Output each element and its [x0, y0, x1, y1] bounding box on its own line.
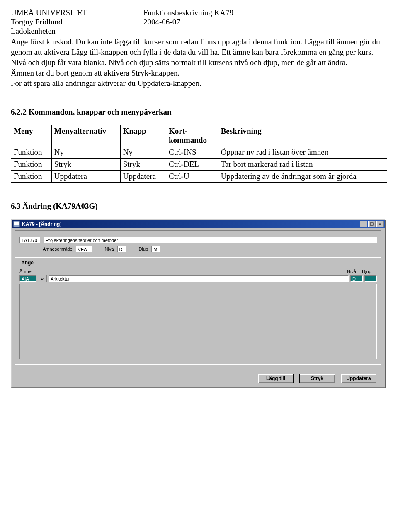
niva-label: Nivå	[105, 246, 114, 251]
lookup-button[interactable]: »	[38, 275, 47, 282]
system-menu-icon[interactable]	[13, 221, 20, 227]
th-beskrivning: Beskrivning	[218, 125, 387, 146]
col-header-amne: Ämne	[19, 269, 347, 274]
course-name-field: Projekteringens teorier och metoder	[44, 237, 377, 243]
table-cell: Funktion	[11, 146, 52, 159]
body-paragraph: Ange först kurskod. Du kan inte lägga ti…	[11, 37, 387, 88]
update-button[interactable]: Uppdatera	[341, 374, 376, 383]
col-header-djup: Djup	[362, 269, 377, 274]
delete-button[interactable]: Stryk	[299, 374, 335, 383]
header-unit: Ladokenheten	[11, 27, 143, 36]
window-title: KA79 - [Ändring]	[22, 221, 360, 227]
table-cell: Ny	[120, 146, 166, 159]
table-cell: Stryk	[120, 159, 166, 171]
ange-list-area[interactable]	[19, 284, 377, 359]
section-6-3-heading: 6.3 Ändring (KA79A03G)	[11, 202, 387, 211]
table-cell: Ny	[51, 146, 120, 159]
table-cell: Stryk	[51, 159, 120, 171]
djup-field: M	[151, 246, 160, 252]
section-6-2-2-heading: 6.2.2 Kommandon, knappar och menypåverka…	[11, 107, 387, 117]
table-row: FunktionStrykStrykCtrl-DELTar bort marke…	[11, 159, 387, 171]
table-row: FunktionNyNyCtrl-INSÖppnar ny rad i list…	[11, 146, 387, 159]
svg-rect-1	[370, 223, 373, 225]
ange-legend: Ange	[19, 260, 35, 266]
table-cell: Uppdatera	[120, 171, 166, 183]
table-cell: Ctrl-INS	[166, 146, 218, 159]
add-button[interactable]: Lägg till	[258, 374, 294, 383]
niva-field: D	[117, 246, 126, 252]
th-menyalt: Menyalternativ	[51, 125, 120, 146]
th-kortkommando: Kort- kommando	[166, 125, 218, 146]
course-info-panel: 1A1370 Projekteringens teorier och metod…	[15, 230, 381, 258]
table-cell: Funktion	[11, 171, 52, 183]
minimize-button[interactable]	[360, 221, 367, 227]
command-table: Meny Menyalternativ Knapp Kort- kommando…	[11, 125, 387, 183]
doc-header: UMEÅ UNIVERSITET Torgny Fridlund Ladoken…	[11, 8, 387, 36]
th-meny: Meny	[11, 125, 52, 146]
amnesomrade-label: Ämnesområde	[43, 246, 73, 251]
header-author: Torgny Fridlund	[11, 17, 143, 27]
amnesomrade-field: VEA	[76, 246, 92, 252]
table-cell: Ctrl-DEL	[166, 159, 218, 171]
maximize-button[interactable]	[368, 221, 376, 227]
header-org: UMEÅ UNIVERSITET	[11, 8, 143, 17]
close-button[interactable]	[376, 221, 384, 227]
course-code-field[interactable]: 1A1370	[19, 237, 40, 243]
app-window: KA79 - [Ändring] 1A1370 Projekteringens …	[11, 219, 385, 388]
table-cell: Öppnar ny rad i listan över ämnen	[218, 146, 387, 159]
th-knapp: Knapp	[120, 125, 166, 146]
table-cell: Funktion	[11, 159, 52, 171]
table-cell: Ctrl-U	[166, 171, 218, 183]
table-row: FunktionUppdateraUppdateraCtrl-UUppdater…	[11, 171, 387, 183]
amne-code-input[interactable]: AIA	[19, 275, 36, 282]
ange-djup-input[interactable]	[364, 275, 377, 282]
ange-panel: Ange Ämne Nivå Djup AIA » Arkitektur D	[15, 263, 381, 365]
ange-niva-input[interactable]: D	[350, 275, 363, 282]
djup-label: Djup	[139, 246, 148, 251]
col-header-niva: Nivå	[347, 269, 362, 274]
header-date: 2004-06-07	[143, 17, 387, 27]
table-cell: Uppdatering av de ändringar som är gjord…	[218, 171, 387, 183]
table-cell: Uppdatera	[51, 171, 120, 183]
header-doc: Funktionsbeskrivning KA79	[143, 8, 387, 17]
bottom-button-bar: Lägg till Stryk Uppdatera	[15, 370, 381, 383]
table-cell: Tar bort markerad rad i listan	[218, 159, 387, 171]
amne-desc-field: Arkitektur	[49, 275, 349, 282]
titlebar[interactable]: KA79 - [Ändring]	[12, 220, 385, 228]
